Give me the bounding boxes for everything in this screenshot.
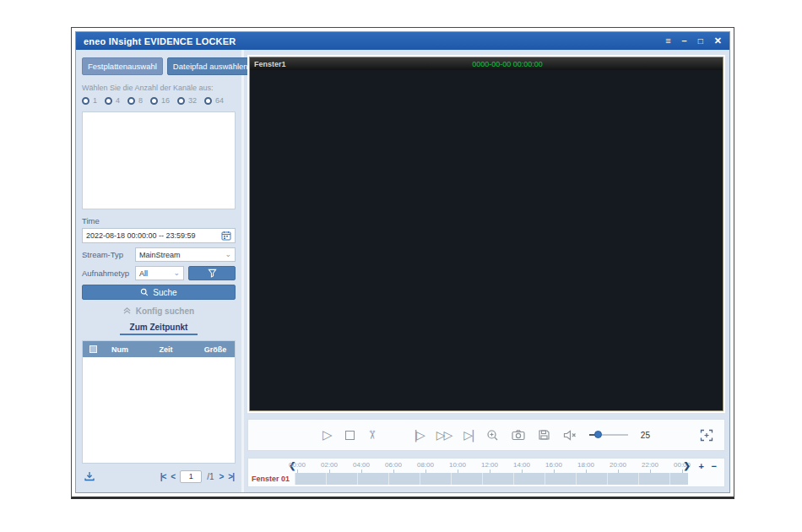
video-content[interactable] [250,70,723,410]
config-search-toggle[interactable]: Konfig suchen [82,307,236,316]
timeline-track-band[interactable] [295,473,688,485]
fullscreen-icon[interactable] [700,429,713,442]
radio-4[interactable] [105,97,112,105]
filepath-select-button[interactable]: Dateipfad auswählen [167,57,254,75]
stream-type-label: Stream-Typ [82,250,135,259]
timeline-zoom-out-icon[interactable]: − [712,461,717,471]
timeline: ❮ 00:00 02:00 04:00 06:00 08:00 10:00 12… [247,458,725,487]
to-time-row: Zum Zeitpunkt [82,318,236,335]
chevron-down-icon: ⌄ [173,269,180,277]
radio-32[interactable] [177,97,185,105]
radio-16[interactable] [150,97,158,105]
radio-16-label: 16 [161,96,170,105]
slider-knob[interactable] [594,431,602,438]
channel-count-options: 1 4 8 16 32 64 [82,96,236,105]
maximize-icon[interactable]: □ [698,37,703,46]
sidebar-footer: |< < /1 > >| [82,464,236,487]
to-time-link[interactable]: Zum Zeitpunkt [120,323,198,335]
record-type-select[interactable]: All ⌄ [135,266,184,280]
page-total: /1 [207,472,214,481]
minimize-icon[interactable]: – [682,36,687,46]
timeline-next-icon[interactable]: ❯ [684,461,691,470]
pagination: |< < /1 > >| [160,470,234,483]
app-title: eneo INsight EVIDENCE LOCKER [84,36,236,46]
timeline-track-label: Fenster 01 [252,475,290,483]
close-icon[interactable]: ✕ [714,36,722,46]
radio-64[interactable] [204,97,212,105]
calendar-icon[interactable] [221,231,231,241]
mute-icon[interactable] [563,430,577,441]
channel-count-label: Wählen Sie die Anzahl der Kanäle aus: [82,84,236,92]
results-table: Num Zeit Größe [82,340,236,464]
filter-button[interactable] [188,266,236,280]
snapshot-icon[interactable] [512,429,525,441]
zoom-in-icon[interactable] [486,429,499,442]
timeline-tick: 20:00 [606,461,630,469]
radio-64-label: 64 [215,96,224,105]
search-button-label: Suche [153,288,176,297]
save-clip-icon[interactable] [538,429,550,441]
timeline-tick: 16:00 [542,461,566,469]
title-bar[interactable]: eneo INsight EVIDENCE LOCKER ≡ – □ ✕ [76,32,729,50]
select-all-checkbox[interactable] [89,345,97,353]
cut-icon[interactable]: ✂ [366,430,377,440]
time-range-input[interactable]: 2022-08-18 00:00:00 -- 23:59:59 [82,228,236,243]
playback-area: Fenster1 0000-00-00 00:00:00 ▷ ✂ |▷ ▷▷ ▷… [244,50,729,492]
channel-list-box[interactable] [82,111,236,209]
first-page-icon[interactable]: |< [160,472,166,481]
config-search-label: Konfig suchen [136,307,194,316]
time-label: Time [82,216,236,225]
double-chevron-up-icon [123,307,131,314]
window-controls: ≡ – □ ✕ [665,36,722,46]
column-groesse: Größe [196,345,235,354]
radio-8-label: 8 [138,96,143,105]
play-icon[interactable]: ▷ [322,429,333,442]
page-number-input[interactable] [180,470,202,483]
timeline-scale: 00:00 02:00 04:00 06:00 08:00 10:00 12:0… [285,461,694,469]
record-type-row: Aufnahmetyp All ⌄ [82,266,236,280]
frame-step-icon[interactable]: |▷ [414,429,423,441]
radio-32-label: 32 [188,96,197,105]
search-button[interactable]: Suche [82,285,236,300]
video-header-bar: Fenster1 0000-00-00 00:00:00 [250,57,723,70]
stream-type-value: MainStream [139,251,181,259]
stream-type-select[interactable]: MainStream ⌄ [135,247,236,262]
search-icon [140,288,149,296]
funnel-icon [208,269,217,278]
timeline-tick: 10:00 [446,461,469,469]
column-num: Num [104,345,136,354]
radio-4-label: 4 [116,96,120,105]
download-icon[interactable] [84,470,95,482]
next-page-icon[interactable]: > [219,472,224,481]
select-all-cell [83,345,104,353]
disk-select-button[interactable]: Festplattenauswahl [82,57,163,75]
timeline-tick: 00:00 [285,461,309,469]
fast-forward-icon[interactable]: ▷▷ [436,429,452,441]
next-frame-icon[interactable]: ▷| [463,429,473,441]
timeline-tick: 18:00 [574,461,598,469]
radio-1-label: 1 [93,96,97,105]
speed-value: 25 [641,431,650,440]
speed-slider[interactable] [589,434,628,436]
record-type-label: Aufnahmetyp [82,269,135,278]
column-zeit: Zeit [136,345,196,354]
timeline-tick: 12:00 [478,461,501,469]
prev-page-icon[interactable]: < [171,472,175,481]
timeline-zoom-in-icon[interactable]: + [699,461,704,471]
radio-1[interactable] [82,97,89,105]
chevron-down-icon: ⌄ [225,251,231,258]
radio-8[interactable] [127,97,135,105]
last-page-icon[interactable]: >| [228,472,234,481]
timeline-tick: 02:00 [317,461,341,469]
time-range-value: 2022-08-18 00:00:00 -- 23:59:59 [86,231,196,240]
results-table-body[interactable] [83,357,235,463]
timeline-tick: 14:00 [510,461,534,469]
stream-type-row: Stream-Typ MainStream ⌄ [82,247,236,262]
timeline-tick: 22:00 [638,461,662,469]
video-display: Fenster1 0000-00-00 00:00:00 [249,57,723,411]
video-window[interactable]: Fenster1 0000-00-00 00:00:00 [247,55,725,413]
timeline-tick: 08:00 [414,461,437,469]
stop-icon[interactable] [345,431,355,440]
search-sidebar: Festplattenauswahl Dateipfad auswählen W… [76,50,244,492]
menu-icon[interactable]: ≡ [665,36,670,46]
